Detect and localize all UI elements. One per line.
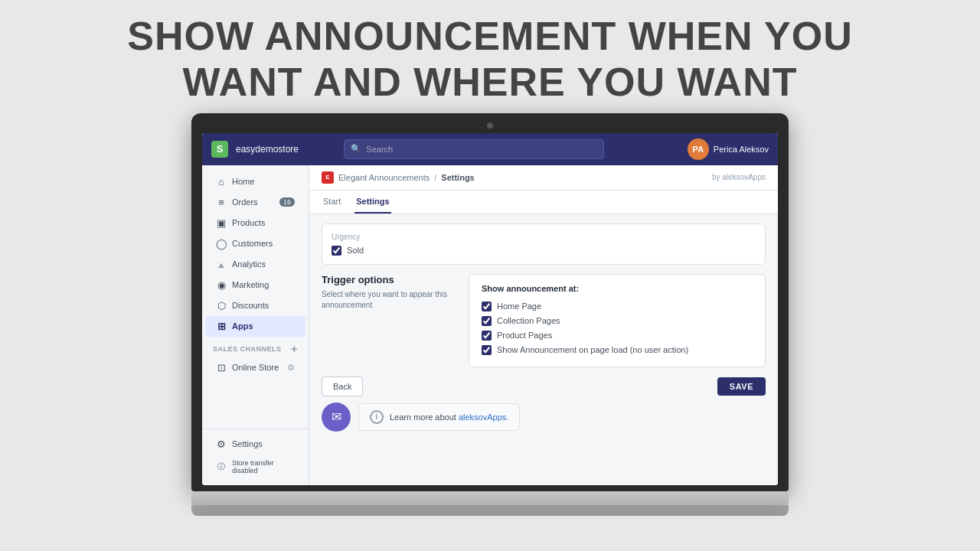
user-name: Perica Aleksov <box>714 145 769 154</box>
product-pages-row[interactable]: Product Pages <box>482 328 753 343</box>
sidebar-item-marketing-label: Marketing <box>232 280 269 289</box>
sidebar-item-store-transfer-label: Store transfer disabled <box>232 459 295 474</box>
discounts-icon: ⬡ <box>216 300 227 311</box>
save-button[interactable]: SAVE <box>717 377 766 396</box>
sidebar-item-discounts[interactable]: ⬡ Discounts <box>205 295 305 316</box>
breadcrumb-app-name: Elegant Announcements <box>338 173 430 182</box>
email-fab[interactable]: ✉ <box>322 403 351 432</box>
page-load-label: Show Announcement on page load (no user … <box>497 345 688 354</box>
orders-icon: ≡ <box>216 197 227 208</box>
tab-start[interactable]: Start <box>322 191 342 214</box>
trigger-right: Show announcement at: Home Page Collecti… <box>469 274 766 367</box>
online-store-icon: ⊡ <box>216 362 227 373</box>
laptop-bezel: S easydemostore 🔍 PA Perica Aleksov <box>191 113 789 491</box>
laptop-camera <box>487 122 493 129</box>
page-load-checkbox[interactable] <box>482 345 492 355</box>
content-area[interactable]: Urgency Sold Trigger options <box>309 214 778 485</box>
product-pages-checkbox[interactable] <box>482 331 492 341</box>
collection-pages-checkbox[interactable] <box>482 316 492 326</box>
breadcrumb-current-page: Settings <box>441 173 474 182</box>
sidebar-item-customers[interactable]: ◯ Customers <box>205 233 305 254</box>
sidebar-item-products[interactable]: ▣ Products <box>205 213 305 233</box>
sales-channels-label: SALES CHANNELS + <box>202 337 309 357</box>
headline-line2: WANT AND WHERE YOU WANT <box>127 60 853 106</box>
urgency-row: Urgency <box>332 230 756 243</box>
shop-logo: S <box>211 141 228 158</box>
email-icon: ✉ <box>332 409 341 424</box>
breadcrumb-separator: / <box>434 173 436 182</box>
sidebar-item-online-store[interactable]: ⊡ Online Store ⚙ <box>205 357 305 378</box>
sidebar-item-analytics-label: Analytics <box>232 259 266 269</box>
homepage-label: Home Page <box>497 302 541 311</box>
sidebar-item-analytics[interactable]: ⟁ Analytics <box>205 254 305 275</box>
app-logo: E <box>322 171 334 184</box>
search-input[interactable] <box>366 145 597 154</box>
by-text: by aleksovApps <box>712 173 766 181</box>
footer-area: ✉ i Learn more about aleksovApps. <box>322 403 766 432</box>
user-avatar: PA <box>688 139 709 160</box>
sidebar-item-settings[interactable]: ⚙ Settings <box>205 434 305 455</box>
sidebar-item-online-store-label: Online Store <box>232 363 279 372</box>
main-content: E Elegant Announcements / Settings by al… <box>309 165 778 485</box>
show-at-title: Show announcement at: <box>482 284 753 293</box>
apps-icon: ⊞ <box>216 321 227 332</box>
search-bar[interactable]: 🔍 <box>344 139 604 159</box>
collection-pages-label: Collection Pages <box>497 316 560 325</box>
sidebar-bottom: ⚙ Settings ⓘ Store transfer disabled <box>202 429 309 479</box>
sidebar-item-home-label: Home <box>232 177 254 186</box>
headline: SHOW ANNOUNCEMENT WHEN YOU WANT AND WHER… <box>81 0 899 113</box>
trigger-description: Select where you want to appear this ann… <box>322 289 459 311</box>
laptop-container: S easydemostore 🔍 PA Perica Aleksov <box>191 113 789 516</box>
laptop-foot <box>191 505 789 516</box>
buttons-row: Back SAVE <box>322 377 766 396</box>
info-icon: i <box>370 410 384 424</box>
trigger-title: Trigger options <box>322 274 459 285</box>
breadcrumb: E Elegant Announcements / Settings <box>322 171 475 184</box>
sidebar-item-discounts-label: Discounts <box>232 301 269 310</box>
collection-pages-row[interactable]: Collection Pages <box>482 314 753 328</box>
trigger-left: Trigger options Select where you want to… <box>322 274 459 367</box>
learn-more-text: Learn more about aleksovApps. <box>390 412 508 422</box>
store-transfer-icon: ⓘ <box>216 461 227 472</box>
home-icon: ⌂ <box>216 176 227 187</box>
sold-row[interactable]: Sold <box>332 243 756 258</box>
urgency-label: Urgency <box>332 233 360 241</box>
admin-body: ⌂ Home ≡ Orders 16 ▣ Products <box>202 165 778 485</box>
analytics-icon: ⟁ <box>216 259 227 270</box>
top-nav: S easydemostore 🔍 PA Perica Aleksov <box>202 133 778 165</box>
sidebar-item-customers-label: Customers <box>232 239 273 248</box>
shopify-admin: S easydemostore 🔍 PA Perica Aleksov <box>202 133 778 485</box>
page-load-row[interactable]: Show Announcement on page load (no user … <box>482 343 753 357</box>
sidebar-item-marketing[interactable]: ◉ Marketing <box>205 275 305 295</box>
page-header: E Elegant Announcements / Settings by al… <box>309 165 778 191</box>
marketing-icon: ◉ <box>216 279 227 291</box>
settings-icon: ⚙ <box>216 439 227 450</box>
laptop-screen: S easydemostore 🔍 PA Perica Aleksov <box>202 133 778 485</box>
headline-line1: SHOW ANNOUNCEMENT WHEN YOU <box>127 14 853 60</box>
homepage-row[interactable]: Home Page <box>482 299 753 314</box>
sidebar-item-apps[interactable]: ⊞ Apps <box>205 316 305 337</box>
tab-settings[interactable]: Settings <box>354 191 390 214</box>
partial-card: Urgency Sold <box>322 223 766 265</box>
sidebar-item-products-label: Products <box>232 218 265 227</box>
shop-name: easydemostore <box>236 144 299 155</box>
search-icon: 🔍 <box>351 144 361 154</box>
customers-icon: ◯ <box>216 238 227 249</box>
add-channel-icon[interactable]: + <box>291 343 298 355</box>
sold-label: Sold <box>347 246 364 255</box>
tabs-bar: Start Settings <box>309 191 778 214</box>
learn-more-box: i Learn more about aleksovApps. <box>358 403 520 431</box>
online-store-settings-icon[interactable]: ⚙ <box>287 363 295 373</box>
products-icon: ▣ <box>216 217 227 229</box>
orders-badge: 16 <box>279 197 295 207</box>
sidebar-item-orders-label: Orders <box>232 197 258 207</box>
product-pages-label: Product Pages <box>497 331 552 340</box>
back-button[interactable]: Back <box>322 377 363 396</box>
aleksov-apps-link[interactable]: aleksovApps. <box>459 412 508 422</box>
laptop-base <box>191 491 789 505</box>
sidebar-item-store-transfer[interactable]: ⓘ Store transfer disabled <box>205 455 305 479</box>
sidebar-item-home[interactable]: ⌂ Home <box>205 171 305 192</box>
homepage-checkbox[interactable] <box>482 302 492 311</box>
sold-checkbox[interactable] <box>332 246 341 256</box>
sidebar-item-orders[interactable]: ≡ Orders 16 <box>205 192 305 213</box>
